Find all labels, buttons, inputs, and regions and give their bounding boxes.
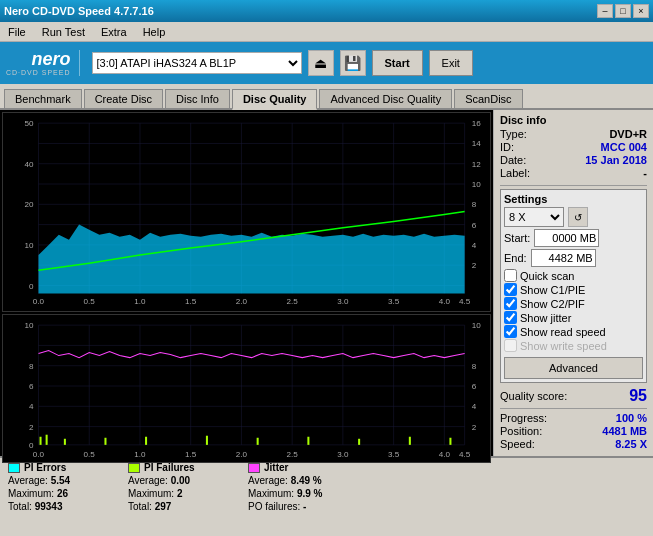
- svg-text:4.0: 4.0: [439, 450, 451, 459]
- quick-scan-checkbox[interactable]: [504, 269, 517, 282]
- svg-text:2.5: 2.5: [287, 450, 299, 459]
- svg-rect-90: [307, 437, 309, 445]
- tab-disc-info[interactable]: Disc Info: [165, 89, 230, 108]
- nero-logo-area: nero CD·DVD SPEED: [6, 50, 80, 77]
- svg-text:2.0: 2.0: [236, 450, 248, 459]
- menu-help[interactable]: Help: [139, 25, 170, 39]
- jitter-avg-row: Average: 8.49 %: [248, 475, 348, 486]
- pi-failures-max-value: 2: [177, 488, 183, 499]
- menu-extra[interactable]: Extra: [97, 25, 131, 39]
- pi-failures-max-row: Maximum: 2: [128, 488, 228, 499]
- pi-failures-swatch: [128, 463, 140, 473]
- show-jitter-checkbox[interactable]: [504, 311, 517, 324]
- disc-date-value: 15 Jan 2018: [585, 154, 647, 166]
- exit-button[interactable]: Exit: [429, 50, 473, 76]
- quality-score-value: 95: [629, 387, 647, 405]
- pi-failures-avg-value: 0.00: [171, 475, 190, 486]
- speed-value: 8.25 X: [615, 438, 647, 450]
- jitter-header: Jitter: [248, 462, 348, 473]
- end-label: End:: [504, 252, 527, 264]
- menu-runtest[interactable]: Run Test: [38, 25, 89, 39]
- nero-sub-text: CD·DVD SPEED: [6, 69, 71, 76]
- svg-text:6: 6: [29, 382, 34, 391]
- pi-failures-total-value: 297: [155, 501, 172, 512]
- pi-failures-avg-row: Average: 0.00: [128, 475, 228, 486]
- pi-failures-total-label: Total:: [128, 501, 152, 512]
- quality-score-area: Quality score: 95: [500, 387, 647, 405]
- charts-area: 50 40 20 10 0 16 14 12 10 8 6 4 2 0.0: [0, 110, 493, 456]
- svg-text:1.5: 1.5: [185, 297, 197, 306]
- toolbar: nero CD·DVD SPEED [3:0] ATAPI iHAS324 A …: [0, 42, 653, 84]
- tab-disc-quality[interactable]: Disc Quality: [232, 89, 318, 110]
- disc-id-row: ID: MCC 004: [500, 141, 647, 153]
- drive-select[interactable]: [3:0] ATAPI iHAS324 A BL1P: [92, 52, 302, 74]
- svg-text:6: 6: [472, 221, 477, 230]
- jitter-po-label: PO failures:: [248, 501, 300, 512]
- pi-errors-total-value: 99343: [35, 501, 63, 512]
- show-read-speed-label: Show read speed: [520, 326, 606, 338]
- disc-id-value: MCC 004: [601, 141, 647, 153]
- svg-rect-91: [358, 439, 360, 445]
- eject-icon-btn[interactable]: ⏏: [308, 50, 334, 76]
- pi-errors-max-value: 26: [57, 488, 68, 499]
- start-button[interactable]: Start: [372, 50, 423, 76]
- svg-text:0.5: 0.5: [84, 450, 96, 459]
- advanced-button[interactable]: Advanced: [504, 357, 643, 379]
- show-write-speed-checkbox: [504, 339, 517, 352]
- settings-title: Settings: [504, 193, 643, 205]
- pi-errors-total-label: Total:: [8, 501, 32, 512]
- svg-rect-84: [46, 435, 48, 445]
- svg-rect-44: [3, 315, 490, 462]
- pi-errors-max-row: Maximum: 26: [8, 488, 108, 499]
- svg-text:2: 2: [29, 422, 34, 431]
- pi-errors-max-label: Maximum:: [8, 488, 54, 499]
- svg-text:1.0: 1.0: [134, 450, 146, 459]
- tab-create-disc[interactable]: Create Disc: [84, 89, 163, 108]
- disc-label-row: Label: -: [500, 167, 647, 179]
- show-c2pif-label: Show C2/PIF: [520, 298, 585, 310]
- pi-failures-label: PI Failures: [144, 462, 195, 473]
- speed-select[interactable]: 8 X Max 4 X 12 X: [504, 207, 564, 227]
- show-read-speed-checkbox[interactable]: [504, 325, 517, 338]
- jitter-po-value: -: [303, 501, 306, 512]
- show-c1pie-checkbox[interactable]: [504, 283, 517, 296]
- right-panel: Disc info Type: DVD+R ID: MCC 004 Date: …: [493, 110, 653, 456]
- jitter-label: Jitter: [264, 462, 288, 473]
- save-icon-btn[interactable]: 💾: [340, 50, 366, 76]
- svg-text:0.0: 0.0: [33, 450, 45, 459]
- svg-text:4: 4: [472, 402, 477, 411]
- position-label: Position:: [500, 425, 542, 437]
- svg-text:14: 14: [472, 139, 482, 148]
- start-label: Start:: [504, 232, 530, 244]
- maximize-button[interactable]: □: [615, 4, 631, 18]
- show-c2pif-checkbox[interactable]: [504, 297, 517, 310]
- bottom-chart-svg: 10 8 6 4 2 0 10 8 6 4 2 0.0 0.5 1.0: [3, 315, 490, 462]
- svg-text:2.0: 2.0: [236, 297, 248, 306]
- pi-failures-stat: PI Failures Average: 0.00 Maximum: 2 Tot…: [128, 462, 228, 512]
- tab-advanced-disc-quality[interactable]: Advanced Disc Quality: [319, 89, 452, 108]
- progress-label: Progress:: [500, 412, 547, 424]
- jitter-avg-label: Average:: [248, 475, 288, 486]
- minimize-button[interactable]: –: [597, 4, 613, 18]
- close-button[interactable]: ×: [633, 4, 649, 18]
- show-jitter-row: Show jitter: [504, 311, 643, 324]
- disc-label-label: Label:: [500, 167, 530, 179]
- tab-benchmark[interactable]: Benchmark: [4, 89, 82, 108]
- progress-section: Progress: 100 % Position: 4481 MB Speed:…: [500, 412, 647, 450]
- pi-errors-total-row: Total: 99343: [8, 501, 108, 512]
- pi-failures-max-label: Maximum:: [128, 488, 174, 499]
- tab-scandisc[interactable]: ScanDisc: [454, 89, 522, 108]
- svg-text:2: 2: [472, 261, 477, 270]
- start-input[interactable]: [534, 229, 599, 247]
- svg-text:50: 50: [24, 119, 34, 128]
- svg-text:8: 8: [472, 362, 477, 371]
- svg-text:3.5: 3.5: [388, 297, 400, 306]
- disc-info-section: Disc info Type: DVD+R ID: MCC 004 Date: …: [500, 114, 647, 179]
- svg-text:40: 40: [24, 160, 34, 169]
- end-input[interactable]: [531, 249, 596, 267]
- svg-text:20: 20: [24, 200, 34, 209]
- svg-text:4.5: 4.5: [459, 450, 471, 459]
- menu-file[interactable]: File: [4, 25, 30, 39]
- app-title: Nero CD-DVD Speed 4.7.7.16: [4, 5, 154, 17]
- settings-refresh-btn[interactable]: ↺: [568, 207, 588, 227]
